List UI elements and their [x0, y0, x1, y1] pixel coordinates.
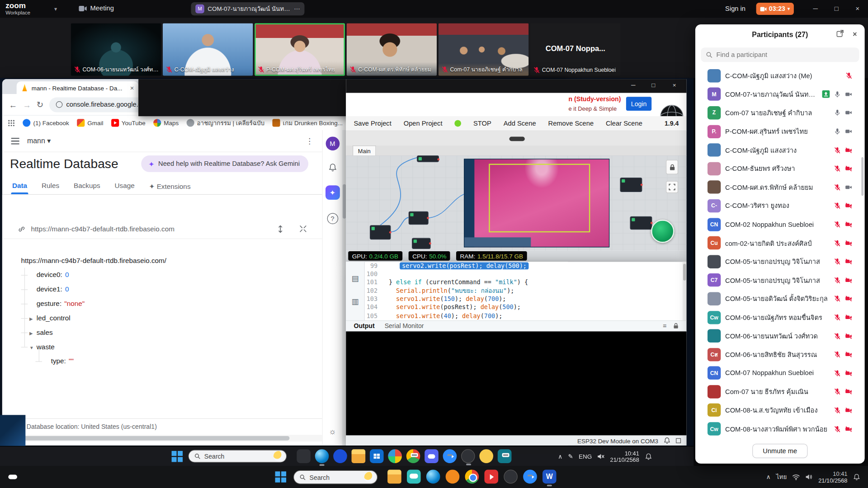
output-console[interactable]	[346, 331, 686, 435]
tab-main-scene[interactable]: Main	[353, 145, 376, 155]
camera-off-icon[interactable]	[845, 165, 853, 172]
menu-icon[interactable]	[11, 137, 19, 144]
mic-muted-icon[interactable]	[834, 202, 841, 209]
account-avatar[interactable]: M	[326, 136, 340, 150]
wifi-icon[interactable]	[793, 474, 800, 480]
minimize-button[interactable]: ─	[807, 0, 824, 18]
minimize-button[interactable]: ─	[631, 82, 636, 89]
participant-row[interactable]: C-C-COM-วริศรา ยูงทอง	[695, 197, 865, 215]
video-tile[interactable]: Com-07 นายอภิเชษฐ์ คำกิบาล	[439, 23, 529, 75]
mic-muted-icon[interactable]	[834, 258, 841, 265]
mic-icon[interactable]	[834, 91, 841, 98]
participant-row[interactable]: C-COM-ณัฐภูมิ แสงสว่าง (Me)	[695, 66, 865, 85]
sign-in-link[interactable]: Sign in	[725, 5, 745, 13]
node-serial-write[interactable]	[630, 216, 652, 230]
participant-row[interactable]: C7COM-05-นายกอปรบุญ วิจิโนภาส	[695, 271, 865, 289]
taskbar-icon-chat[interactable]	[407, 470, 421, 484]
expander-icon[interactable]: ▶	[29, 326, 37, 341]
start-button[interactable]	[172, 451, 183, 462]
participant-row[interactable]: COM-05-นายกอปรบุญ วิจิโนภาส	[695, 252, 865, 271]
participant-row[interactable]: COM-06-นายนนทวัฒน์ วงศ์ทวด	[695, 327, 865, 345]
taskbar-icon-zoom[interactable]	[523, 470, 537, 484]
ask-gemini-button[interactable]: ✦ Need help with Realtime Database? Ask …	[141, 155, 308, 172]
lock-button[interactable]	[666, 160, 678, 174]
participant-row[interactable]: Cucom-02-นายกิตติ ประสงค์ศิลป์	[695, 234, 865, 252]
database-tree-node[interactable]: ▶sales	[2, 325, 322, 340]
taskbar-icon-chrome[interactable]	[406, 449, 420, 463]
camera-off-icon[interactable]	[845, 370, 853, 377]
mic-muted-icon[interactable]	[834, 295, 841, 302]
speaker-muted-icon[interactable]	[597, 453, 604, 460]
help-icon[interactable]: ?	[327, 213, 338, 224]
back-icon[interactable]: ←	[9, 100, 17, 109]
notification-bell-icon[interactable]	[853, 474, 860, 481]
taskbar-icon-app-window[interactable]	[297, 449, 311, 463]
camera-off-icon[interactable]	[845, 221, 853, 228]
database-tree-node[interactable]: device0:0	[2, 268, 322, 282]
participant-search[interactable]	[701, 47, 859, 62]
mic-muted-icon[interactable]	[845, 72, 853, 80]
list-scrollbar[interactable]	[861, 157, 863, 196]
drag-handle[interactable]	[509, 136, 525, 141]
mic-muted-icon[interactable]	[834, 221, 841, 228]
mic-muted-icon[interactable]	[834, 370, 841, 377]
taskbar-icon-chrome-canary[interactable]	[479, 449, 493, 463]
taskbar-icon-photos[interactable]	[388, 449, 402, 463]
node-deep-train[interactable]	[620, 178, 642, 192]
camera-off-icon[interactable]	[845, 202, 853, 209]
database-root-node[interactable]: https://mann-c94b7-default-rtdb.firebase…	[2, 253, 166, 268]
mic-muted-icon[interactable]	[834, 407, 841, 414]
add-scene-button[interactable]: Add Scene	[504, 119, 536, 127]
forward-icon[interactable]: →	[23, 100, 31, 109]
camera-icon[interactable]	[845, 183, 853, 191]
database-url[interactable]: https://mann-c94b7-default-rtdb.firebase…	[31, 225, 175, 233]
save-project-button[interactable]: Save Project	[354, 119, 391, 127]
horizontal-scrollbar[interactable]	[2, 435, 322, 441]
tab-output[interactable]: Output	[354, 323, 374, 329]
mic-muted-icon[interactable]	[834, 425, 841, 432]
taskbar-icon-file-explorer[interactable]	[352, 449, 366, 463]
notifications-bell-icon[interactable]	[328, 163, 336, 172]
mic-muted-icon[interactable]	[834, 146, 841, 154]
camera-off-icon[interactable]	[845, 425, 853, 432]
bookmark-item[interactable]: (1) Facebook	[23, 118, 69, 128]
board-port-label[interactable]: ESP32 Dev Module on COM3	[577, 437, 658, 444]
tab-shared-screen[interactable]: M COM-07-นายภาณุวัฒน์ นันทะปัติ's sc ⋯	[191, 2, 304, 15]
mic-muted-icon[interactable]	[834, 183, 841, 191]
mic-muted-icon[interactable]	[834, 332, 841, 339]
participant-row[interactable]: C-COM-ธันยพร ศรีวงษา	[695, 160, 865, 178]
keyboard-language[interactable]: ENG	[579, 453, 592, 460]
chevron-down-icon[interactable]: ▾	[54, 6, 57, 12]
tab-data[interactable]: Data	[12, 182, 27, 190]
node-deep-detect[interactable]	[409, 211, 429, 225]
mic-muted-icon[interactable]	[834, 388, 841, 395]
close-button[interactable]: ×	[849, 0, 866, 18]
mic-muted-icon[interactable]	[834, 277, 841, 284]
search-input[interactable]	[716, 51, 844, 59]
expander-icon[interactable]: ▼	[29, 341, 37, 355]
expander-icon[interactable]: ▶	[29, 312, 37, 327]
search-box[interactable]: Search	[293, 470, 377, 484]
panel-toggle-icon[interactable]	[676, 438, 681, 443]
mic-muted-icon[interactable]	[834, 165, 841, 172]
taskbar-icon-word[interactable]: W	[542, 470, 557, 484]
taskbar-icon-app-blue[interactable]	[333, 449, 347, 463]
mic-muted-icon[interactable]	[834, 314, 841, 321]
tab-usage[interactable]: Usage	[114, 182, 134, 190]
pen-icon[interactable]: ✎	[568, 453, 573, 460]
taskbar-icon-globe[interactable]	[504, 470, 518, 484]
taskbar-icon-microsoft-store[interactable]	[370, 449, 384, 463]
refresh-icon[interactable]: ↻	[37, 99, 43, 109]
mic-muted-icon[interactable]	[834, 351, 841, 358]
notification-bell-icon[interactable]	[645, 453, 652, 460]
node-editor-canvas[interactable]	[346, 155, 686, 251]
database-tree-node[interactable]: device1:0	[2, 282, 322, 296]
bookmark-item[interactable]: อาชญากรรม | เคลียร์ฉบับ	[186, 118, 264, 128]
database-tree-node[interactable]: ▶led_control	[2, 311, 322, 325]
meeting-timer-badge[interactable]: 03:23 ▾	[756, 3, 794, 15]
site-info-icon[interactable]	[56, 101, 62, 108]
video-tile[interactable]: P-COM-ผศ.สุรินทร์ เพชรไทย	[255, 23, 345, 75]
mic-muted-icon[interactable]	[834, 239, 841, 247]
output-options-icon[interactable]: ≡	[663, 323, 666, 329]
node-partial[interactable]	[417, 155, 439, 162]
